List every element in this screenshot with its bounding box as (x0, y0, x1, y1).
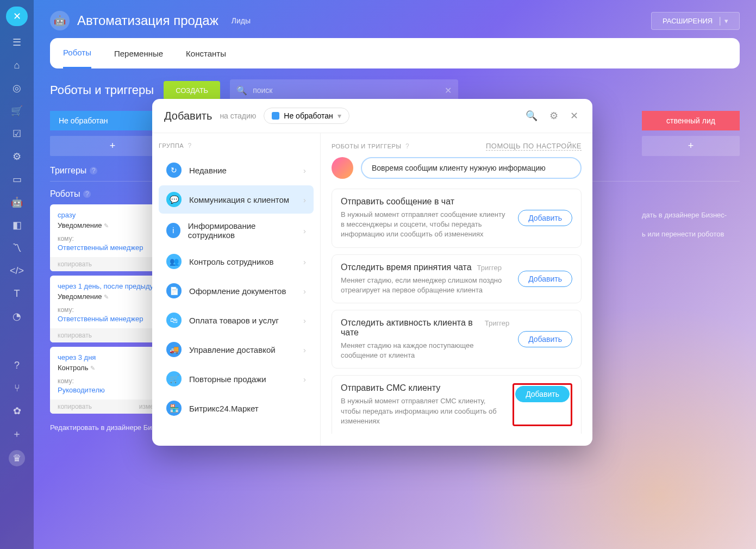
help-icon[interactable]: ? (186, 142, 193, 149)
nodes-icon[interactable]: ⚙ (10, 150, 23, 163)
settings-icon[interactable]: ⚙ (547, 108, 560, 124)
group-label: ГРУППА? (159, 142, 314, 149)
tab-robots[interactable]: Роботы (63, 38, 91, 68)
chevron-right-icon: › (303, 375, 306, 384)
clear-icon[interactable]: ✕ (445, 85, 452, 96)
add-stage-button-right[interactable]: + (642, 136, 740, 156)
group-repeat-sales[interactable]: 🛒Повторные продажи› (159, 365, 314, 393)
doc-icon: 📄 (166, 283, 182, 298)
extensions-button[interactable]: РАСШИРЕНИЯ │ ▾ (651, 12, 740, 30)
stage-selector[interactable]: Не обработан ▾ (264, 108, 349, 124)
card-to: Ответственный менеджер (58, 244, 167, 252)
item-desc: Меняет стадию на каждое поступающее сооб… (341, 341, 509, 360)
close-rail-button[interactable]: ✕ (6, 7, 28, 26)
group-recent[interactable]: ↻Недавние› (159, 156, 314, 184)
help-icon[interactable]: ? (10, 359, 23, 372)
card-to-label: кому: (58, 235, 167, 242)
group-market[interactable]: 🏪Битрикс24.Маркет (159, 394, 314, 422)
card-title: Уведомление (58, 292, 102, 301)
card-title: Контроль (58, 364, 88, 372)
card-icon[interactable]: ▭ (10, 173, 23, 186)
copy-action[interactable]: копировать (58, 332, 92, 339)
card-title: Уведомление (58, 221, 102, 229)
people-icon: 👥 (166, 254, 182, 269)
group-inform[interactable]: iИнформирование сотрудников› (159, 215, 314, 246)
add-button-primary[interactable]: Добавить (515, 386, 570, 402)
check-icon[interactable]: ☑ (10, 127, 23, 140)
add-robot-modal: Добавить на стадию Не обработан ▾ 🔍 ⚙ ✕ … (152, 99, 592, 446)
search-icon[interactable]: 🔍 (523, 108, 540, 124)
tab-constants[interactable]: Константы (186, 39, 226, 68)
chevron-right-icon: › (303, 257, 306, 266)
cart-icon[interactable]: 🛒 (10, 104, 23, 117)
search-icon: 🔍 (236, 85, 247, 96)
trigger-badge: Триггер (477, 264, 502, 272)
item-desc: В нужный момент отправляет СМС клиенту, … (341, 396, 504, 426)
item-title: Отследить активность клиента в чате (341, 318, 479, 338)
item-desc: В нужный момент отправляет сообщение кли… (341, 210, 509, 240)
tabs: Роботы Переменные Константы (50, 38, 740, 68)
chevron-down-icon: ▾ (338, 111, 341, 120)
group-control[interactable]: 👥Контроль сотрудников› (159, 247, 314, 276)
help-icon[interactable]: ? (404, 142, 411, 150)
chevron-right-icon: › (303, 286, 306, 296)
robot-icon[interactable]: 🤖 (10, 196, 23, 209)
group-payment[interactable]: 🛍Оплата товаров и услуг› (159, 306, 314, 334)
filter-icon[interactable]: ☰ (10, 36, 23, 49)
trigger-badge: Триггер (485, 319, 509, 327)
edit-icon[interactable]: ✎ (104, 294, 109, 300)
home-icon[interactable]: ⌂ (10, 59, 23, 72)
edit-icon[interactable]: ✎ (104, 222, 109, 229)
stage-quality-lead[interactable]: ственный лид (642, 111, 740, 130)
chevron-right-icon: › (303, 226, 306, 235)
plus-icon[interactable]: ＋ (10, 427, 23, 440)
page-header: 🤖 Автоматизация продаж Лиды РАСШИРЕНИЯ │… (50, 11, 740, 30)
group-delivery[interactable]: 🚚Управление доставкой› (159, 335, 314, 364)
clock-icon[interactable]: ◔ (10, 310, 23, 323)
item-title: Отправить сообщение в чат (341, 197, 454, 207)
item-desc: Меняет стадию, если менеджер слишком поз… (341, 276, 509, 295)
search-input[interactable] (253, 86, 445, 95)
chevron-right-icon: › (303, 345, 306, 354)
item-title: Отследить время принятия чата (341, 263, 472, 272)
robot-item-send-chat: Отправить сообщение в чат В нужный момен… (332, 189, 582, 248)
search-box[interactable]: 🔍 ✕ (230, 79, 458, 101)
code-icon[interactable]: </> (10, 264, 23, 277)
text-icon[interactable]: T (10, 287, 23, 300)
box-icon[interactable]: ◧ (10, 219, 23, 232)
add-button[interactable]: Добавить (518, 271, 572, 287)
group-communication[interactable]: 💬Коммуникация с клиентом› (159, 185, 314, 214)
add-button[interactable]: Добавить (518, 210, 572, 226)
card-to: Руководителю (58, 386, 167, 394)
chart-icon[interactable]: 〽 (10, 241, 23, 254)
target-icon[interactable]: ◎ (10, 82, 23, 95)
crown-icon[interactable]: ♛ (9, 450, 25, 466)
chevron-right-icon: › (303, 166, 306, 175)
add-button[interactable]: Добавить (518, 331, 572, 347)
card-when: через 1 день, после предыдуще (58, 282, 167, 290)
modal-sub: на стадию (220, 111, 256, 120)
help-link[interactable]: Помощь по настройке (486, 142, 582, 151)
card-when: сразу (58, 211, 167, 219)
create-button[interactable]: СОЗДАТЬ (164, 81, 220, 100)
edit-icon[interactable]: ✎ (90, 365, 95, 371)
repeat-icon: 🛒 (166, 371, 182, 386)
card-when: через 3 дня (58, 353, 167, 361)
highlight-callout: Добавить (513, 383, 572, 426)
stage-name: Не обработан (284, 111, 333, 120)
copy-action[interactable]: копировать (58, 260, 92, 268)
item-title: Отправить СМС клиенту (341, 383, 440, 393)
card-to: Ответственный менеджер (58, 315, 167, 323)
sitemap-icon[interactable]: ⑂ (10, 382, 23, 395)
chevron-right-icon: › (303, 195, 306, 204)
robots-triggers-label: РОБОТЫ И ТРИГГЕРЫ? Помощь по настройке (332, 142, 582, 151)
help-icon[interactable]: ? (83, 190, 91, 198)
group-documents[interactable]: 📄Оформление документов› (159, 277, 314, 305)
gear-icon[interactable]: ✿ (10, 404, 23, 417)
truck-icon: 🚚 (166, 342, 182, 357)
copy-action[interactable]: копировать (58, 403, 92, 410)
close-icon[interactable]: ✕ (568, 108, 580, 124)
tab-variables[interactable]: Переменные (114, 39, 163, 68)
page-subtitle: Лиды (232, 16, 251, 25)
help-icon[interactable]: ? (90, 167, 97, 174)
